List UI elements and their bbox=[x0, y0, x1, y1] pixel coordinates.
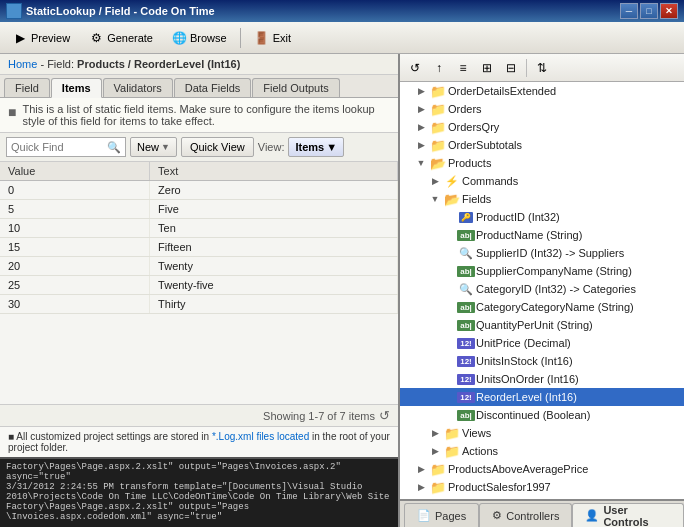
cell-text: Fifteen bbox=[150, 238, 398, 257]
tree-item[interactable]: 12!UnitPrice (Decimal) bbox=[400, 334, 684, 352]
right-toolbar: ↺ ↑ ≡ ⊞ ⊟ ⇅ bbox=[400, 54, 684, 82]
view-dropdown[interactable]: Items ▼ bbox=[288, 137, 344, 157]
key-field-icon: 🔑 bbox=[459, 212, 473, 223]
tree-item[interactable]: 12!UnitsOnOrder (Int16) bbox=[400, 370, 684, 388]
tree-item[interactable]: ▶📁Orders bbox=[400, 100, 684, 118]
int-field-icon: 12! bbox=[457, 338, 475, 349]
controllers-icon: ⚙ bbox=[492, 509, 502, 522]
search-icon[interactable]: 🔍 bbox=[107, 141, 121, 154]
tree-node-label: Products bbox=[448, 157, 491, 169]
rtb-sort[interactable]: ⇅ bbox=[531, 58, 553, 78]
tree-item[interactable]: 12!ReorderLevel (Int16) bbox=[400, 388, 684, 406]
tree-item[interactable]: ▶📁Actions bbox=[400, 442, 684, 460]
search-field-icon: 🔍 bbox=[459, 247, 473, 260]
rtb-collapse[interactable]: ⊟ bbox=[500, 58, 522, 78]
table-footer: Showing 1-7 of 7 items ↺ bbox=[0, 404, 398, 426]
browse-button[interactable]: 🌐 Browse bbox=[163, 26, 235, 50]
exit-button[interactable]: 🚪 Exit bbox=[246, 26, 299, 50]
tab-user-controls[interactable]: 👤 User Controls bbox=[572, 503, 684, 527]
rtb-up[interactable]: ↑ bbox=[428, 58, 450, 78]
tree-node-icon: 📂 bbox=[444, 191, 460, 207]
console-line: Factory\Pages\Page.aspx.2.xslt" output="… bbox=[6, 502, 392, 512]
refresh-icon[interactable]: ↺ bbox=[379, 408, 390, 423]
new-button[interactable]: New ▼ bbox=[130, 137, 177, 157]
tree-item[interactable]: 🔑ProductID (Int32) bbox=[400, 208, 684, 226]
tab-items[interactable]: Items bbox=[51, 78, 102, 98]
cell-text: Thirty bbox=[150, 295, 398, 314]
tree-item[interactable]: ▶⚡Commands bbox=[400, 172, 684, 190]
tree-item[interactable]: ▼📂Fields bbox=[400, 190, 684, 208]
tree-node-icon: ab| bbox=[458, 317, 474, 333]
tree-item[interactable]: ▶📁ProductSalesfor1997 bbox=[400, 478, 684, 496]
tree-item[interactable]: ab|CategoryCategoryName (String) bbox=[400, 298, 684, 316]
search-box: 🔍 bbox=[6, 137, 126, 157]
tab-controllers[interactable]: ⚙ Controllers bbox=[479, 503, 572, 527]
rtb-refresh[interactable]: ↺ bbox=[404, 58, 426, 78]
console-line: 2010\Projects\Code On Time LLC\CodeOnTim… bbox=[6, 492, 392, 502]
cell-value: 20 bbox=[0, 257, 150, 276]
generate-button[interactable]: ⚙ Generate bbox=[80, 26, 161, 50]
toolbar-separator bbox=[240, 28, 241, 48]
table-row[interactable]: 5Five bbox=[0, 200, 398, 219]
tree-item[interactable]: ▶📁OrdersQry bbox=[400, 118, 684, 136]
tree-node-label: ReorderLevel (Int16) bbox=[476, 391, 577, 403]
search-field-icon: 🔍 bbox=[459, 283, 473, 296]
int-field-icon: 12! bbox=[457, 356, 475, 367]
main-toolbar: ▶ Preview ⚙ Generate 🌐 Browse 🚪 Exit bbox=[0, 22, 684, 54]
tree-item[interactable]: ab|ProductName (String) bbox=[400, 226, 684, 244]
tree-arrow: ▶ bbox=[414, 104, 428, 114]
tree-area: ▶📁OrderDetailsExtended▶📁Orders▶📁OrdersQr… bbox=[400, 82, 684, 499]
folder-icon: 📁 bbox=[430, 84, 446, 99]
minimize-button[interactable]: ─ bbox=[620, 3, 638, 19]
tab-field[interactable]: Field bbox=[4, 78, 50, 97]
tree-item[interactable]: ▼📂Products bbox=[400, 154, 684, 172]
table-row[interactable]: 20Twenty bbox=[0, 257, 398, 276]
home-link[interactable]: Home bbox=[8, 58, 37, 70]
maximize-button[interactable]: □ bbox=[640, 3, 658, 19]
console-area: Factory\Pages\Page.aspx.2.xslt" output="… bbox=[0, 457, 398, 527]
tree-item[interactable]: ▶📁OrderDetailsExtended bbox=[400, 82, 684, 100]
tree-item[interactable]: ▶📁ProductsAboveAveragePrice bbox=[400, 460, 684, 478]
pages-label: Pages bbox=[435, 510, 466, 522]
right-bottom-tabs: 📄 Pages ⚙ Controllers 👤 User Controls bbox=[400, 499, 684, 527]
cell-text: Ten bbox=[150, 219, 398, 238]
table-row[interactable]: 15Fifteen bbox=[0, 238, 398, 257]
rtb-sep bbox=[526, 59, 527, 77]
tree-item[interactable]: ▶📁Views bbox=[400, 424, 684, 442]
tab-validators[interactable]: Validators bbox=[103, 78, 173, 97]
table-row[interactable]: 30Thirty bbox=[0, 295, 398, 314]
tree-node-icon: 📂 bbox=[430, 155, 446, 171]
rtb-list[interactable]: ≡ bbox=[452, 58, 474, 78]
tab-data-fields[interactable]: Data Fields bbox=[174, 78, 252, 97]
tree-item[interactable]: ab|QuantityPerUnit (String) bbox=[400, 316, 684, 334]
tree-item[interactable]: ▶📁OrderSubtotals bbox=[400, 136, 684, 154]
info-bar: ■ This is a list of static field items. … bbox=[0, 98, 398, 133]
close-button[interactable]: ✕ bbox=[660, 3, 678, 19]
tree-node-icon: ab| bbox=[458, 227, 474, 243]
tab-pages[interactable]: 📄 Pages bbox=[404, 503, 479, 527]
tree-arrow: ▶ bbox=[428, 428, 442, 438]
log-link[interactable]: *.Log.xml files located bbox=[212, 431, 309, 442]
folder-open-icon: 📂 bbox=[444, 192, 460, 207]
tree-node-label: CategoryID (Int32) -> Categories bbox=[476, 283, 636, 295]
console-line: \Invoices.aspx.codedom.xml" async="true" bbox=[6, 512, 392, 522]
tree-item[interactable]: 12!UnitsInStock (Int16) bbox=[400, 352, 684, 370]
preview-button[interactable]: ▶ Preview bbox=[4, 26, 78, 50]
search-input[interactable] bbox=[11, 141, 107, 153]
tree-item[interactable]: ab|SupplierCompanyName (String) bbox=[400, 262, 684, 280]
window-title: StaticLookup / Field - Code On Time bbox=[26, 5, 215, 17]
table-row[interactable]: 25Twenty-five bbox=[0, 276, 398, 295]
tree-arrow: ▶ bbox=[414, 122, 428, 132]
tree-arrow: ▶ bbox=[428, 446, 442, 456]
log-text: ■ All customized project settings are st… bbox=[8, 431, 212, 442]
tab-field-outputs[interactable]: Field Outputs bbox=[252, 78, 339, 97]
col-text: Text bbox=[150, 162, 398, 181]
tree-item[interactable]: 🔍CategoryID (Int32) -> Categories bbox=[400, 280, 684, 298]
exit-icon: 🚪 bbox=[254, 30, 270, 46]
tree-item[interactable]: ab|Discontinued (Boolean) bbox=[400, 406, 684, 424]
rtb-expand[interactable]: ⊞ bbox=[476, 58, 498, 78]
table-row[interactable]: 0Zero bbox=[0, 181, 398, 200]
table-row[interactable]: 10Ten bbox=[0, 219, 398, 238]
quick-view-button[interactable]: Quick View bbox=[181, 137, 254, 157]
tree-item[interactable]: 🔍SupplierID (Int32) -> Suppliers bbox=[400, 244, 684, 262]
